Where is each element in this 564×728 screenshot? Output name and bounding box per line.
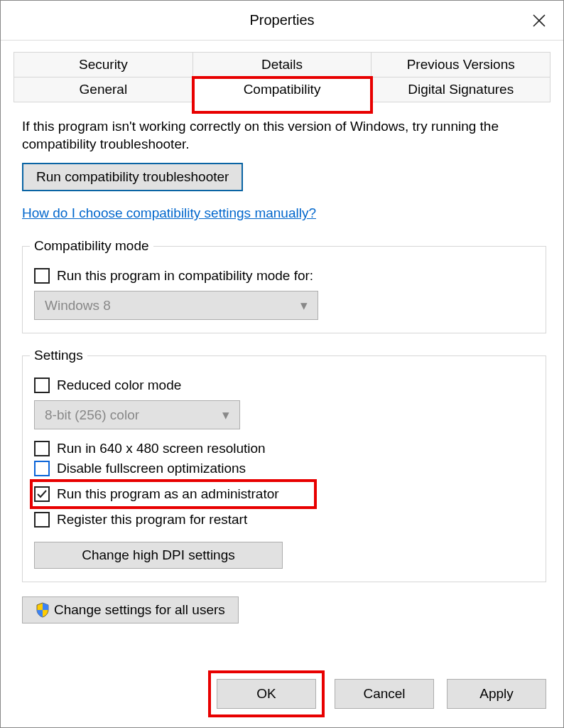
compat-mode-dropdown-value: Windows 8 — [45, 298, 111, 314]
dialog-footer: OK Cancel Apply — [211, 673, 546, 714]
settings-group: Settings Reduced color mode 8-bit (256) … — [22, 348, 546, 582]
run-troubleshooter-button[interactable]: Run compatibility troubleshooter — [22, 163, 243, 191]
window-title: Properties — [249, 12, 314, 28]
close-icon — [532, 14, 546, 28]
change-all-users-button[interactable]: Change settings for all users — [22, 596, 239, 623]
apply-button[interactable]: Apply — [447, 679, 546, 709]
register-restart-label: Register this program for restart — [57, 512, 247, 528]
title-bar: Properties — [1, 1, 563, 41]
tab-details[interactable]: Details — [193, 52, 372, 77]
tab-general[interactable]: General — [13, 77, 193, 102]
run-admin-checkbox[interactable] — [34, 486, 50, 502]
disable-fullscreen-label: Disable fullscreen optimizations — [57, 461, 246, 476]
resolution-label: Run in 640 x 480 screen resolution — [57, 441, 266, 456]
shield-icon — [36, 602, 50, 618]
chevron-down-icon: ▾ — [222, 407, 229, 423]
cancel-button[interactable]: Cancel — [335, 679, 434, 709]
compat-mode-legend: Compatibility mode — [30, 238, 153, 254]
ok-button[interactable]: OK — [217, 679, 316, 709]
compat-mode-dropdown[interactable]: Windows 8 ▾ — [34, 291, 318, 320]
disable-fullscreen-checkbox[interactable] — [34, 461, 50, 476]
color-dropdown[interactable]: 8-bit (256) color ▾ — [34, 400, 240, 429]
intro-text: If this program isn't working correctly … — [22, 118, 546, 153]
change-dpi-button[interactable]: Change high DPI settings — [34, 542, 283, 569]
color-dropdown-value: 8-bit (256) color — [45, 407, 139, 423]
reduced-color-checkbox[interactable] — [34, 378, 50, 393]
tab-strip: Security Details Previous Versions Gener… — [13, 52, 551, 102]
settings-legend: Settings — [30, 348, 87, 363]
help-link[interactable]: How do I choose compatibility settings m… — [22, 205, 316, 221]
resolution-checkbox[interactable] — [34, 441, 50, 456]
tab-security[interactable]: Security — [13, 52, 193, 77]
register-restart-checkbox[interactable] — [34, 512, 50, 528]
change-all-users-label: Change settings for all users — [54, 602, 225, 618]
close-button[interactable] — [528, 9, 551, 32]
tab-content: If this program isn't working correctly … — [1, 102, 563, 631]
compatibility-mode-group: Compatibility mode Run this program in c… — [22, 238, 546, 333]
run-admin-label: Run this program as an administrator — [57, 486, 279, 502]
chevron-down-icon: ▾ — [300, 297, 308, 314]
compat-mode-checkbox[interactable] — [34, 268, 50, 284]
reduced-color-label: Reduced color mode — [57, 378, 181, 393]
tab-digital-signatures[interactable]: Digital Signatures — [372, 77, 551, 102]
ok-highlight: OK — [211, 673, 322, 714]
compat-mode-label: Run this program in compatibility mode f… — [57, 268, 313, 284]
tab-compatibility[interactable]: Compatibility — [193, 77, 372, 112]
tab-previous-versions[interactable]: Previous Versions — [372, 52, 551, 77]
